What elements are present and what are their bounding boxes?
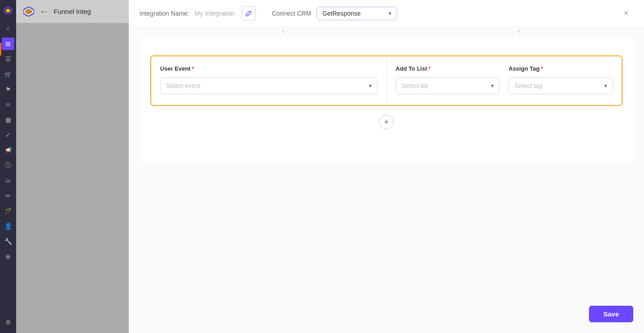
- layers-icon[interactable]: ⊞: [2, 38, 14, 50]
- save-button[interactable]: Save: [589, 306, 633, 322]
- select-list-placeholder: Select list: [402, 82, 491, 89]
- select-tag-dropdown[interactable]: Select tag ▾: [508, 77, 613, 94]
- brush-icon[interactable]: ✏: [2, 190, 14, 202]
- flow-section-then: Add To List * Select list ▾ As: [387, 56, 622, 105]
- cart-icon[interactable]: 🛒: [2, 68, 14, 80]
- then-badge-wrapper: Then: [505, 27, 533, 33]
- megaphone-icon[interactable]: 📢: [2, 144, 14, 156]
- add-to-list-section: Add To List * Select list ▾: [396, 65, 500, 94]
- main-content-behind: ← Funnel Integ Integration Name: My Inte…: [16, 0, 644, 333]
- select-event-dropdown[interactable]: Select event ▾: [160, 77, 377, 94]
- user-event-label: User Event *: [160, 65, 377, 72]
- woo-icon[interactable]: W: [2, 98, 14, 111]
- assign-tag-section: Assign Tag * Select tag ▾: [508, 65, 613, 94]
- edit-integration-name-button[interactable]: [242, 6, 256, 21]
- crm-chevron-icon: ▾: [389, 10, 391, 17]
- modal-footer: Save: [589, 306, 633, 322]
- user-icon[interactable]: 👤: [2, 220, 14, 232]
- brand-logo-icon[interactable]: [2, 4, 14, 17]
- flag-icon[interactable]: ⚑: [2, 83, 14, 96]
- list-icon[interactable]: ☰: [2, 53, 14, 65]
- integration-name-label: Integration Name:: [140, 10, 189, 17]
- select-list-chevron-icon: ▾: [491, 83, 494, 89]
- flow-sections: User Event * Select event ▾: [150, 55, 623, 106]
- connect-crm-label: Connect CRM: [272, 10, 311, 17]
- select-tag-chevron-icon: ▾: [604, 83, 607, 89]
- back-nav-icon[interactable]: ‹: [2, 22, 14, 35]
- tools-icon[interactable]: 🔧: [2, 235, 14, 248]
- when-badge-wrapper: When: [268, 27, 298, 33]
- sidebar: ‹ ⊞ ☰ 🛒 ⚑ W ▦ ✓ 📢 ⓘ 🗂 ✏ 🪄 👤 🔧 ⊕ ⚙: [0, 0, 16, 333]
- modal-body: When Then User Event: [129, 27, 644, 333]
- plugin-icon[interactable]: ⊕: [2, 250, 14, 263]
- integration-name-value: My Integration: [195, 10, 234, 17]
- modal-header: Integration Name: My Integration Connect…: [129, 0, 644, 27]
- select-event-placeholder: Select event: [166, 82, 369, 89]
- select-list-dropdown[interactable]: Select list ▾: [396, 77, 500, 94]
- pencil-icon: [246, 10, 252, 17]
- integration-card: When Then User Event: [140, 38, 633, 163]
- gear-icon[interactable]: ⚙: [2, 316, 14, 329]
- check-icon[interactable]: ✓: [2, 129, 14, 141]
- assign-tag-required: *: [541, 66, 543, 72]
- crm-select-value: GetResponse: [322, 10, 385, 17]
- select-tag-placeholder: Select tag: [514, 82, 604, 89]
- flow-section-when: User Event * Select event ▾: [151, 56, 387, 105]
- table-icon[interactable]: ▦: [2, 114, 14, 126]
- modal-overlay: Integration Name: My Integration Connect…: [16, 0, 644, 333]
- add-to-list-required: *: [428, 66, 431, 72]
- when-badge-line: [283, 27, 284, 33]
- add-rule-button[interactable]: +: [379, 115, 394, 129]
- user-event-required: *: [192, 66, 194, 72]
- close-modal-button[interactable]: ×: [619, 6, 633, 21]
- folder-icon[interactable]: 🗂: [2, 174, 14, 187]
- add-to-list-label: Add To List *: [396, 65, 500, 72]
- assign-tag-label: Assign Tag *: [508, 65, 613, 72]
- modal-panel: Integration Name: My Integration Connect…: [129, 0, 644, 333]
- add-rule-wrapper: +: [150, 115, 623, 129]
- select-event-chevron-icon: ▾: [369, 83, 372, 89]
- wand-icon[interactable]: 🪄: [2, 205, 14, 217]
- svg-marker-1: [5, 8, 11, 13]
- crm-select-dropdown[interactable]: GetResponse ▾: [317, 7, 397, 20]
- then-badge-line: [518, 27, 519, 33]
- badge-icon[interactable]: ⓘ: [2, 159, 14, 172]
